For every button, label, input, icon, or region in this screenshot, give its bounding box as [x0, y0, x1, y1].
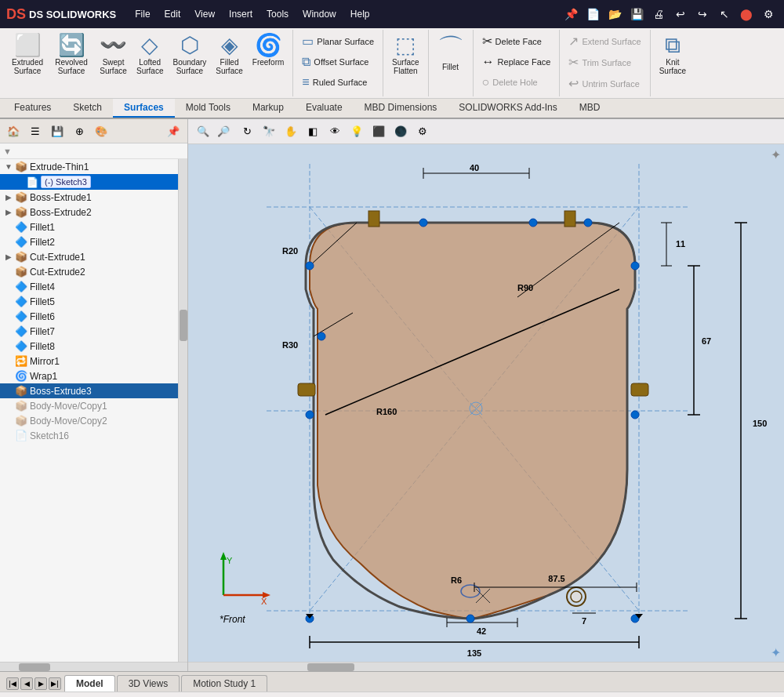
- viewport-hscrollbar-thumb[interactable]: [307, 663, 354, 671]
- tab-nav-next[interactable]: ▶: [34, 677, 47, 690]
- tab-mold-tools[interactable]: Mold Tools: [175, 99, 241, 118]
- bottom-tab-3dviews[interactable]: 3D Views: [117, 675, 180, 692]
- tree-item-fillet7[interactable]: 🔷 Fillet7: [0, 324, 178, 339]
- swept-surface-button[interactable]: 〰️ SweptSurface: [96, 31, 131, 78]
- dim-label-r6: R6: [451, 575, 462, 585]
- tree-item-extrude-thin1[interactable]: ▼ 📦 Extrude-Thin1: [0, 159, 178, 174]
- bottom-tab-motion-study[interactable]: Motion Study 1: [181, 675, 267, 692]
- surface-flatten-button[interactable]: ⬚ SurfaceFlatten: [388, 31, 423, 78]
- tree-item-fillet5[interactable]: 🔷 Fillet5: [0, 294, 178, 309]
- planar-surface-button[interactable]: ▭ Planar Surface: [298, 31, 378, 51]
- undo-icon[interactable]: ↩: [671, 5, 690, 24]
- mount-left: [298, 383, 315, 396]
- feature-icon: 🔷: [14, 221, 28, 233]
- view-section-icon[interactable]: ◧: [303, 122, 323, 141]
- tree-item-fillet6[interactable]: 🔷 Fillet6: [0, 309, 178, 324]
- menu-help[interactable]: Help: [344, 5, 376, 23]
- replace-face-button[interactable]: ↔ Replace Face: [478, 53, 555, 71]
- boundary-surface-button[interactable]: ⬡ BoundarySurface: [169, 31, 211, 78]
- menu-file[interactable]: File: [129, 5, 156, 23]
- menu-edit[interactable]: Edit: [158, 5, 187, 23]
- tree-label: (-) Sketch3: [41, 176, 91, 188]
- panel-center-button[interactable]: ⊕: [69, 122, 89, 140]
- view-shadows-icon[interactable]: 🌑: [390, 122, 411, 141]
- panel-hscrollbar-thumb[interactable]: [19, 663, 50, 671]
- tab-nav-prev[interactable]: ◀: [20, 677, 33, 690]
- offset-surface-button[interactable]: ⧉ Offset Surface: [298, 53, 378, 71]
- knit-surface-button[interactable]: ⧉ KnitSurface: [655, 31, 690, 78]
- viewport[interactable]: 🔍 🔎 ↻ 🔭 ✋ ◧ 👁 💡 ⬛ 🌑 ⚙: [188, 119, 784, 671]
- panel-appearance-button[interactable]: 🎨: [91, 122, 111, 140]
- tree-item-fillet4[interactable]: 🔷 Fillet4: [0, 279, 178, 294]
- tree-item-sketch16[interactable]: 📄 Sketch16: [0, 428, 178, 443]
- view-rotate-icon[interactable]: ↻: [237, 122, 257, 141]
- rebuild-icon[interactable]: ⬤: [737, 5, 756, 24]
- menu-tools[interactable]: Tools: [260, 5, 295, 23]
- menu-window[interactable]: Window: [296, 5, 343, 23]
- view-hidden-icon[interactable]: ⬛: [368, 122, 389, 141]
- view-realview-icon[interactable]: 💡: [347, 122, 367, 141]
- bottom-tab-model[interactable]: Model: [64, 675, 115, 692]
- feature-icon: 📦: [14, 385, 28, 397]
- panel-pin[interactable]: 📌: [162, 124, 184, 139]
- ring-inner: [571, 591, 582, 602]
- save-icon[interactable]: 💾: [627, 5, 646, 24]
- view-display-icon[interactable]: 👁: [325, 122, 345, 141]
- tab-sketch[interactable]: Sketch: [62, 99, 113, 118]
- menu-insert[interactable]: Insert: [223, 5, 259, 23]
- tab-solidworks-addins[interactable]: SOLIDWORKS Add-Ins: [448, 99, 568, 118]
- tab-mbd[interactable]: MBD: [568, 99, 612, 118]
- tree-item-boss-extrude3[interactable]: 📦 Boss-Extrude3: [0, 383, 178, 398]
- tree-item-body-move-copy2[interactable]: 📦 Body-Move/Copy2: [0, 413, 178, 428]
- view-settings-icon[interactable]: ⚙: [412, 122, 433, 141]
- panel-list-button[interactable]: ☰: [25, 122, 45, 140]
- tree-item-cut-extrude1[interactable]: ▶ 📦 Cut-Extrude1: [0, 249, 178, 264]
- ruled-surface-button[interactable]: ≡ Ruled Surface: [298, 73, 378, 92]
- revolved-surface-button[interactable]: 🔄 Revolved Surface: [49, 31, 94, 78]
- panel-scrollbar-thumb[interactable]: [180, 310, 187, 341]
- tab-features[interactable]: Features: [3, 99, 62, 118]
- open-doc-icon[interactable]: 📂: [605, 5, 624, 24]
- tree-item-sketch3[interactable]: 📄 (-) Sketch3: [0, 174, 178, 190]
- search-button[interactable]: 🔍: [194, 123, 212, 140]
- tree-item-cut-extrude2[interactable]: 📦 Cut-Extrude2: [0, 264, 178, 279]
- view-zoom-icon[interactable]: 🔭: [259, 122, 279, 141]
- tree-item-boss-extrude1[interactable]: ▶ 📦 Boss-Extrude1: [0, 190, 178, 205]
- extruded-surface-button[interactable]: ⬜ ExtrudedSurface: [8, 31, 47, 78]
- pin-icon[interactable]: 📌: [561, 5, 580, 24]
- panel-home-button[interactable]: 🏠: [3, 122, 24, 140]
- panel-scrollbar[interactable]: [178, 159, 187, 662]
- freeform-button[interactable]: 🌀 Freeform: [249, 31, 289, 70]
- tree-item-fillet2[interactable]: 🔷 Fillet2: [0, 234, 178, 249]
- ribbon-group-vert-face: ✂ Delete Face ↔ Replace Face ○ Delete Ho…: [478, 31, 555, 92]
- panel-save-button[interactable]: 💾: [47, 122, 67, 140]
- view-pan-icon[interactable]: ✋: [281, 122, 301, 141]
- options-icon[interactable]: ⚙: [759, 5, 778, 24]
- fillet-button[interactable]: ⌒ Fillet: [434, 31, 468, 74]
- tree-item-wrap1[interactable]: 🌀 Wrap1: [0, 368, 178, 383]
- tree-label: Cut-Extrude2: [30, 267, 85, 278]
- redo-icon[interactable]: ↪: [693, 5, 712, 24]
- tab-nav-last[interactable]: ▶|: [49, 677, 61, 690]
- menu-view[interactable]: View: [188, 5, 221, 23]
- tree-item-fillet1[interactable]: 🔷 Fillet1: [0, 220, 178, 234]
- delete-face-button[interactable]: ✂ Delete Face: [478, 31, 555, 51]
- tab-mbd-dimensions[interactable]: MBD Dimensions: [354, 99, 448, 118]
- tree-item-body-move-copy1[interactable]: 📦 Body-Move/Copy1: [0, 398, 178, 413]
- tab-markup[interactable]: Markup: [241, 99, 295, 118]
- tree-item-mirror1[interactable]: 🔁 Mirror1: [0, 354, 178, 368]
- filled-surface-button[interactable]: ◈ FilledSurface: [212, 31, 246, 78]
- lofted-surface-button[interactable]: ◇ LoftedSurface: [132, 31, 167, 78]
- tree-item-boss-extrude2[interactable]: ▶ 📦 Boss-Extrude2: [0, 205, 178, 220]
- panel-hscrollbar[interactable]: [0, 662, 187, 671]
- viewport-hscrollbar[interactable]: [188, 662, 784, 671]
- tree-item-fillet8[interactable]: 🔷 Fillet8: [0, 339, 178, 354]
- viewport-view-buttons: ↻ 🔭 ✋ ◧ 👁 💡 ⬛ 🌑 ⚙: [237, 122, 433, 141]
- new-doc-icon[interactable]: 📄: [583, 5, 602, 24]
- tab-evaluate[interactable]: Evaluate: [295, 99, 354, 118]
- tab-surfaces[interactable]: Surfaces: [113, 99, 175, 118]
- search-select-button[interactable]: 🔎: [215, 123, 232, 140]
- tab-nav-first[interactable]: |◀: [6, 677, 19, 690]
- cursor-icon[interactable]: ↖: [715, 5, 734, 24]
- print-icon[interactable]: 🖨: [649, 5, 668, 24]
